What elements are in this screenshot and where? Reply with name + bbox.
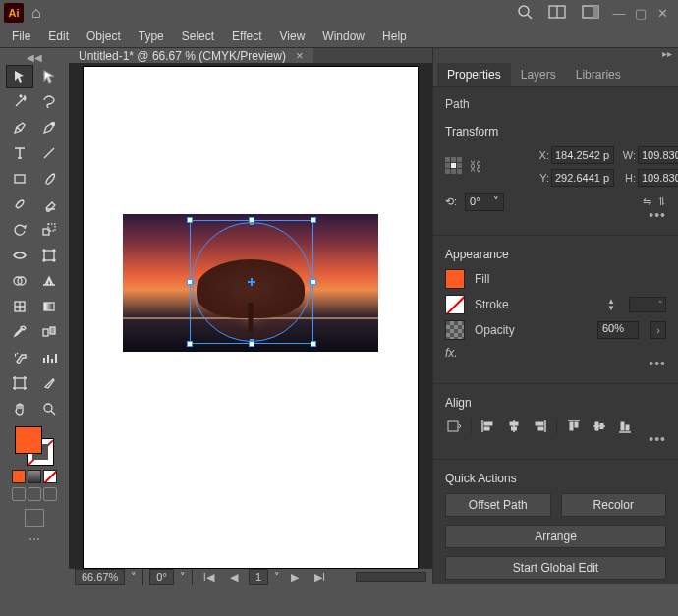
magic-wand-tool[interactable]	[6, 90, 33, 114]
arrange-button[interactable]: Arrange	[445, 525, 666, 548]
resize-handle[interactable]	[311, 341, 316, 347]
w-input[interactable]	[638, 146, 678, 164]
menu-type[interactable]: Type	[131, 28, 172, 45]
rotate-input[interactable]: 0°˅	[465, 193, 504, 211]
fill-color-swatch[interactable]	[445, 269, 465, 289]
align-bottom-icon[interactable]	[616, 418, 634, 435]
rotate-dropdown-icon[interactable]: ˅	[180, 571, 186, 584]
paintbrush-tool[interactable]	[35, 167, 63, 191]
align-left-icon[interactable]	[480, 418, 497, 435]
scale-tool[interactable]	[35, 218, 63, 242]
screen-mode-icon[interactable]	[25, 509, 44, 527]
offset-path-button[interactable]: Offset Path	[445, 493, 551, 517]
eyedropper-tool[interactable]	[6, 320, 33, 344]
maximize-button[interactable]: ▢	[633, 6, 649, 21]
edit-toolbar-icon[interactable]: ⋯	[28, 532, 40, 546]
menu-help[interactable]: Help	[374, 28, 415, 45]
eraser-tool[interactable]	[35, 193, 63, 216]
none-mode-icon[interactable]	[43, 470, 57, 483]
recolor-button[interactable]: Recolor	[561, 493, 667, 517]
gradient-mode-icon[interactable]	[28, 470, 41, 483]
menu-select[interactable]: Select	[174, 28, 222, 45]
last-artboard-icon[interactable]: ▶I	[310, 571, 330, 584]
search-icon[interactable]	[509, 1, 540, 26]
h-input[interactable]	[638, 169, 678, 187]
opacity-dropdown-icon[interactable]: ›	[650, 321, 666, 339]
slice-tool[interactable]	[35, 371, 63, 395]
opacity-input[interactable]: 60%	[597, 321, 639, 339]
resize-handle[interactable]	[249, 341, 254, 347]
opacity-label[interactable]: Opacity	[475, 323, 515, 337]
resize-handle[interactable]	[311, 217, 316, 223]
line-tool[interactable]	[35, 141, 63, 165]
stroke-weight-stepper[interactable]: ▲▼	[607, 298, 615, 311]
toolbar-collapse-icon[interactable]: ◀◀	[26, 52, 43, 63]
zoom-dropdown-icon[interactable]: ˅	[131, 571, 137, 584]
free-transform-tool[interactable]	[35, 244, 63, 267]
selection-tool[interactable]	[6, 65, 33, 88]
type-tool[interactable]	[6, 141, 33, 165]
align-right-icon[interactable]	[531, 418, 548, 435]
minimize-button[interactable]: —	[611, 6, 627, 21]
resize-handle[interactable]	[187, 217, 193, 223]
zoom-tool[interactable]	[35, 397, 63, 420]
menu-effect[interactable]: Effect	[224, 28, 269, 45]
draw-inside-icon[interactable]	[43, 487, 57, 501]
first-artboard-icon[interactable]: I◀	[198, 571, 219, 584]
fill-stroke-swatch[interactable]	[15, 426, 54, 466]
appearance-more-icon[interactable]: •••	[445, 356, 666, 371]
panel-expand-icon[interactable]: ▸▸	[433, 48, 678, 62]
blend-tool[interactable]	[35, 320, 63, 344]
canvas[interactable]	[69, 63, 432, 568]
zoom-level-field[interactable]: 66.67%	[75, 569, 125, 585]
home-icon[interactable]: ⌂	[31, 4, 41, 22]
close-button[interactable]: ✕	[654, 6, 670, 21]
constrain-proportions-icon[interactable]: ⛓	[467, 159, 482, 174]
menu-edit[interactable]: Edit	[40, 28, 77, 45]
symbol-sprayer-tool[interactable]	[6, 346, 33, 369]
resize-handle[interactable]	[311, 279, 316, 285]
align-top-icon[interactable]	[565, 418, 583, 435]
perspective-grid-tool[interactable]	[35, 269, 63, 293]
artboard-dropdown-icon[interactable]: ˅	[274, 571, 280, 584]
column-graph-tool[interactable]	[35, 346, 63, 369]
stroke-label[interactable]: Stroke	[475, 298, 509, 311]
artboard-number-field[interactable]: 1	[249, 569, 268, 585]
width-tool[interactable]	[6, 244, 33, 267]
prev-artboard-icon[interactable]: ◀	[225, 571, 243, 584]
next-artboard-icon[interactable]: ▶	[286, 571, 304, 584]
menu-object[interactable]: Object	[79, 28, 129, 45]
draw-behind-icon[interactable]	[28, 487, 41, 501]
direct-selection-tool[interactable]	[35, 65, 63, 88]
rotate-tool[interactable]	[6, 218, 33, 242]
workspace-layout-a-icon[interactable]	[540, 2, 574, 25]
shaper-tool[interactable]	[6, 193, 33, 216]
resize-handle[interactable]	[249, 217, 254, 223]
gradient-tool[interactable]	[35, 295, 63, 318]
resize-handle[interactable]	[187, 279, 193, 285]
hand-tool[interactable]	[6, 397, 33, 420]
artboard[interactable]	[84, 67, 418, 568]
align-to-dropdown[interactable]	[445, 418, 463, 435]
resize-handle[interactable]	[187, 341, 193, 347]
artboard-tool[interactable]	[6, 371, 33, 395]
menu-file[interactable]: File	[4, 28, 38, 45]
opacity-swatch-icon[interactable]	[445, 320, 465, 340]
fill-swatch[interactable]	[15, 426, 42, 454]
align-hcenter-icon[interactable]	[505, 418, 523, 435]
horizontal-scrollbar[interactable]	[356, 572, 426, 582]
draw-normal-icon[interactable]	[12, 487, 26, 501]
color-mode-icon[interactable]	[12, 470, 26, 483]
tab-properties[interactable]: Properties	[437, 63, 511, 86]
lasso-tool[interactable]	[35, 90, 63, 114]
mesh-tool[interactable]	[6, 295, 33, 318]
align-vcenter-icon[interactable]	[591, 418, 608, 435]
document-tab[interactable]: Untitled-1* @ 66.67 % (CMYK/Preview) ×	[69, 48, 313, 63]
stroke-color-swatch[interactable]	[445, 295, 465, 314]
rotate-view-field[interactable]: 0°	[149, 569, 174, 585]
center-point-icon[interactable]	[248, 278, 255, 286]
reference-point-widget[interactable]	[445, 157, 465, 177]
pen-tool[interactable]	[6, 116, 33, 140]
shape-builder-tool[interactable]	[6, 269, 33, 293]
curvature-tool[interactable]	[35, 116, 63, 140]
